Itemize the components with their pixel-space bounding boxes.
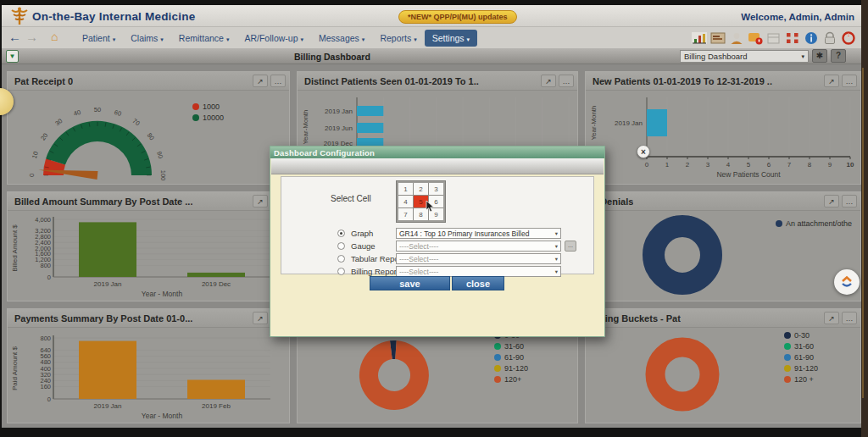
svg-text:Year-Month: Year-Month (302, 109, 309, 144)
dropdown-gauge[interactable]: ----Select----▾ (396, 241, 561, 252)
svg-text:100: 100 (159, 170, 167, 181)
svg-text:New Patients Count: New Patients Count (716, 170, 781, 179)
bar-chart-icon[interactable] (691, 30, 707, 45)
panel-title: Aging Buckets - Pat (593, 313, 681, 324)
menu-icon[interactable]: … (842, 195, 857, 207)
panel-aging-pat: Aging Buckets - Pat ↗… 0-3031-6061-9091-… (585, 308, 861, 423)
message-alert-icon[interactable] (747, 30, 763, 45)
svg-text:800: 800 (40, 262, 51, 269)
select-cell-grid: 123456789 (397, 181, 445, 222)
dropdown-graph[interactable]: GR14 : Top 10 Primary Insurances Billed▾ (396, 228, 561, 239)
svg-text:10: 10 (847, 161, 854, 169)
help-button[interactable]: ? (831, 49, 846, 63)
chevron-down-icon: ▾ (555, 268, 558, 275)
chevron-down-icon: ▾ (555, 243, 558, 250)
expand-icon[interactable]: ↗ (541, 75, 556, 87)
info-icon[interactable] (803, 30, 819, 45)
chevron-down-icon: ▾ (555, 256, 558, 263)
dropdown-tabular-report[interactable]: ----Select----▾ (396, 253, 561, 264)
select-cell-4[interactable]: 4 (398, 196, 413, 207)
forward-icon[interactable]: → (25, 30, 38, 44)
scrollbar[interactable] (861, 0, 868, 437)
modal-buttons: save close (370, 276, 504, 290)
expand-icon[interactable]: ↗ (824, 312, 839, 324)
apps-icon[interactable] (784, 30, 800, 45)
back-icon[interactable]: ← (8, 30, 21, 44)
user-icon[interactable] (728, 30, 744, 45)
report-icon[interactable] (709, 30, 726, 45)
svg-text:2: 2 (686, 161, 690, 169)
select-cell-3[interactable]: 3 (429, 183, 443, 195)
gear-icon[interactable]: ✱ (812, 49, 827, 63)
legend-item: 91-120 (494, 364, 528, 373)
gauge-more-button[interactable]: ... (565, 241, 576, 252)
panel-pat-receipt: Pat Receipt 0 ↗… 01020304050607080901001… (7, 71, 290, 185)
svg-text:2019 Jan: 2019 Jan (325, 108, 353, 115)
nav-item-ar-follow-up[interactable]: AR/Follow-up▾ (236, 30, 311, 47)
radio-tabular-report[interactable] (337, 255, 345, 263)
svg-text:4: 4 (726, 161, 731, 169)
nav-item-messages[interactable]: Messages▾ (311, 30, 372, 47)
dashboard-select[interactable]: Billing Dashboard ▾ (680, 50, 809, 63)
app-header: On-the-Bay Internal Medicine *NEW* QPP/P… (2, 5, 861, 27)
legend-item: 120 + (784, 375, 818, 384)
radio-graph[interactable] (337, 230, 345, 237)
lock-icon[interactable] (821, 30, 837, 45)
filter-icon[interactable]: ▼ (6, 50, 19, 63)
panel-header: Pat Receipt 0 ↗… (8, 72, 289, 91)
panel-header: Payments Summary By Post Date 01-0... ↗… (8, 309, 289, 328)
caduceus-icon (9, 7, 30, 30)
nav-item-settings[interactable]: Settings▾ (425, 30, 477, 47)
svg-text:20: 20 (39, 131, 49, 141)
chart-legend: 0-3031-6061-9091-120120+ (494, 331, 528, 384)
menu-icon[interactable]: … (842, 312, 857, 324)
panel-header: New Patients 01-01-2019 To 12-31-2019 ..… (586, 72, 860, 91)
expand-icon[interactable]: ↗ (253, 312, 268, 324)
expand-icon[interactable]: ↗ (253, 75, 268, 87)
package-icon[interactable] (765, 30, 782, 45)
nav-bar: ← → ⌂ Patient▾Claims▾Remittance▾AR/Follo… (2, 27, 861, 48)
menu-icon[interactable]: … (842, 75, 857, 87)
svg-text:2019 Jun: 2019 Jun (325, 124, 353, 132)
legend-item: 91-120 (784, 364, 818, 373)
svg-text:2019 Dec: 2019 Dec (202, 280, 231, 288)
svg-text:3: 3 (706, 161, 710, 169)
expand-icon[interactable]: ↗ (824, 195, 839, 207)
nav-item-patient[interactable]: Patient▾ (75, 30, 123, 47)
expand-icon[interactable]: ↗ (253, 195, 268, 207)
radio-gauge[interactable] (337, 242, 345, 250)
home-icon[interactable]: ⌂ (51, 30, 58, 43)
radio-billing-report[interactable] (337, 268, 345, 275)
legend-item: 120+ (494, 375, 528, 384)
save-button[interactable]: save (370, 276, 450, 290)
chart-legend: 100010000 (192, 102, 224, 122)
modal-titlebar[interactable]: Dashboard Configuration (270, 147, 604, 158)
option-label: Billing Report (351, 267, 399, 276)
welcome-text: Welcome, Admin, Admin (741, 12, 854, 22)
legend-item: An attachment/othe (776, 219, 852, 228)
svg-text:0: 0 (47, 396, 51, 403)
bottom-letterbox (0, 428, 868, 437)
select-cell-2[interactable]: 2 (414, 183, 428, 195)
svg-text:30: 30 (53, 117, 64, 127)
svg-text:4,000: 4,000 (35, 216, 51, 224)
select-cell-7[interactable]: 7 (398, 208, 413, 220)
close-icon[interactable]: × (637, 145, 650, 158)
floating-widget-icon[interactable] (834, 269, 860, 295)
svg-text:1: 1 (665, 161, 670, 169)
app-title: On-the-Bay Internal Medicine (32, 10, 195, 23)
menu-icon[interactable]: … (559, 75, 574, 87)
updates-badge[interactable]: *NEW* QPP/PI(MU) updates (398, 10, 517, 24)
nav-item-remittance[interactable]: Remittance▾ (171, 30, 237, 47)
svg-text:160: 160 (40, 383, 51, 390)
close-button[interactable]: close (452, 276, 504, 290)
svg-text:2019 Feb: 2019 Feb (202, 402, 231, 410)
menu-icon[interactable]: … (270, 75, 286, 87)
nav-item-claims[interactable]: Claims▾ (123, 30, 171, 47)
screen: On-the-Bay Internal Medicine *NEW* QPP/P… (0, 0, 868, 437)
nav-item-reports[interactable]: Reports▾ (372, 30, 424, 47)
select-cell-1[interactable]: 1 (398, 183, 413, 195)
logout-icon[interactable] (840, 30, 856, 45)
page-title: Billing Dashboard (294, 52, 370, 62)
expand-icon[interactable]: ↗ (824, 75, 839, 87)
